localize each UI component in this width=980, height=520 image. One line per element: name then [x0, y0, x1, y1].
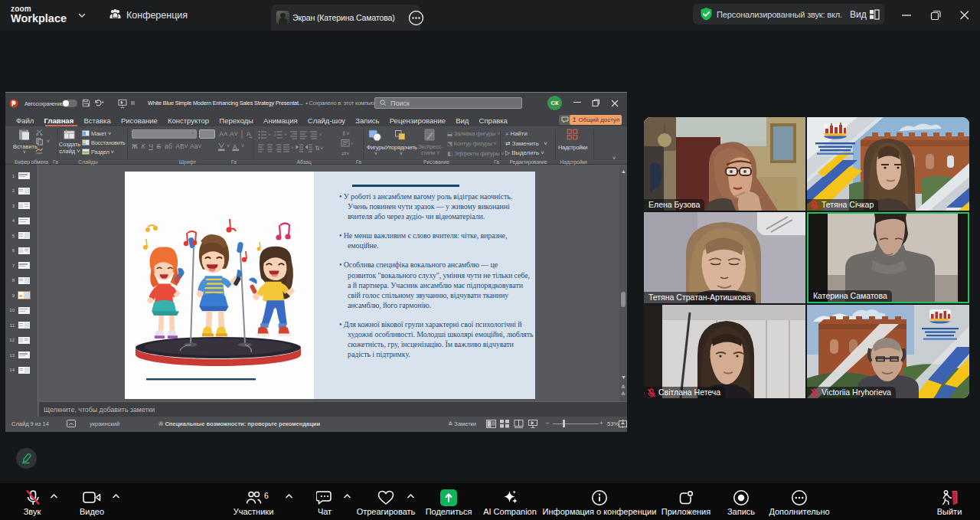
svg-text:2: 2: [274, 133, 276, 137]
svg-text:А: А: [233, 143, 237, 150]
svg-text:˅: ˅: [284, 132, 287, 137]
svg-text:˅: ˅: [241, 143, 244, 149]
svg-text:˅: ˅: [319, 132, 322, 137]
svg-text:˅: ˅: [227, 143, 230, 149]
svg-text:˅: ˅: [291, 146, 294, 150]
svg-text:⇅˅: ⇅˅: [315, 145, 324, 152]
svg-text:⇕˅: ⇕˅: [341, 130, 350, 137]
svg-text:˅: ˅: [268, 132, 271, 137]
svg-text:˅: ˅: [351, 142, 354, 146]
svg-text:⇄˅: ⇄˅: [341, 150, 350, 157]
